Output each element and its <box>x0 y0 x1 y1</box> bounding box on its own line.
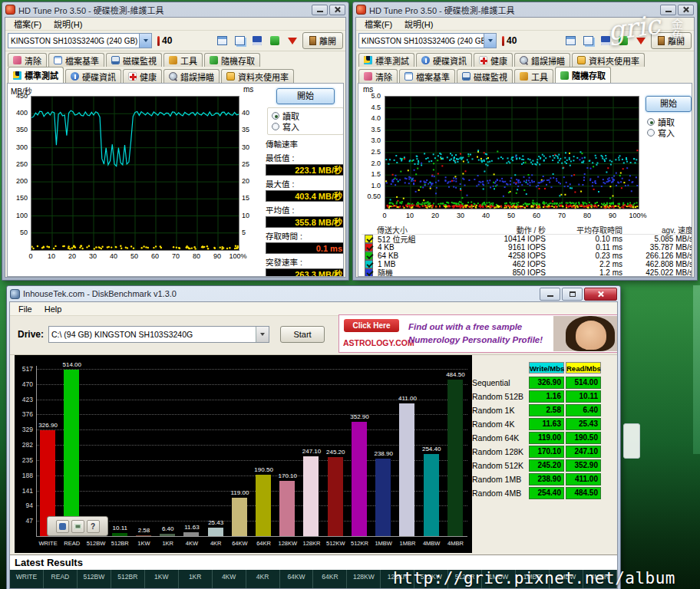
burst-rate-value: 263.3 MB/秒 <box>266 268 344 276</box>
tab-benchmark[interactable]: 標準測試 <box>8 67 64 83</box>
menu-help[interactable]: Help <box>39 304 68 314</box>
win1-y-axis: 45040035030025020015010050 <box>8 84 29 276</box>
drive-select[interactable]: KINGSTON SH103S3240G (240 GB) <box>358 33 497 48</box>
minimize-button[interactable] <box>540 288 560 301</box>
results-row: Sequential326.90514.00 <box>472 377 603 388</box>
ad-site-link[interactable]: ASTROLOGY.COM <box>343 338 414 347</box>
transfer-rate-section-label: 傳輸速率 <box>266 138 344 150</box>
write-radio[interactable]: 寫入 <box>647 127 692 138</box>
copy-clipboard-button[interactable] <box>232 33 247 48</box>
legend-checkbox[interactable] <box>365 235 373 243</box>
tab-tools[interactable]: 工具 <box>514 69 553 83</box>
export-button[interactable] <box>267 33 282 48</box>
mini-camera-button[interactable] <box>71 520 84 533</box>
bar-512br <box>112 533 127 536</box>
hdtune-app-icon <box>356 5 366 15</box>
axis-tick-label: 50 <box>20 229 28 236</box>
titlebar[interactable]: HD Tune Pro 3.50 - 硬碟檢測-維護工具 <box>2 2 348 17</box>
axis-tick-label: 80 <box>576 212 598 219</box>
access-time-label: 存取時間 : <box>266 230 344 242</box>
copy-clipboard-button[interactable] <box>580 33 596 48</box>
red-down-arrow-icon <box>288 38 297 44</box>
tab-health[interactable]: 健康 <box>474 53 513 67</box>
legend-checkbox[interactable] <box>365 268 373 277</box>
download-button[interactable] <box>285 33 300 48</box>
axis-tick-label: 1.0 <box>371 182 381 189</box>
drive-select-value: C:\ (94 GB) KINGSTON SH103S3240G <box>49 330 256 339</box>
results-row-label: Random 1K <box>472 406 527 415</box>
copy-icon <box>235 36 245 45</box>
iops-value: 4258 IOPS <box>477 252 546 260</box>
save-icon <box>253 36 262 45</box>
tab-folder-usage[interactable]: 資料夾使用率 <box>221 69 294 83</box>
write-value: 2.58 <box>529 404 564 416</box>
bar-value-label: 119.00 <box>225 489 255 496</box>
start-button[interactable]: 開始 <box>276 88 335 104</box>
menu-file[interactable]: 檔案(F) <box>359 17 398 31</box>
results-row-label: Sequential <box>472 378 527 387</box>
legend-checkbox[interactable] <box>365 260 373 268</box>
bar-value-label: 238.90 <box>368 450 398 457</box>
mini-help-button[interactable] <box>87 520 100 533</box>
read-radio[interactable]: 讀取 <box>647 117 692 127</box>
maximize-button[interactable] <box>562 288 583 301</box>
tab-disk-monitor[interactable]: 磁碟監視 <box>106 53 162 67</box>
legend-checkbox[interactable] <box>365 252 373 260</box>
tab-erase[interactable]: 清除 <box>8 53 47 67</box>
drive-select[interactable]: KINGSTON SH103S3240G (240 GB) <box>8 33 152 48</box>
tab-label: 資料夾使用率 <box>238 71 289 83</box>
benchmark-panel: MB/秒 ms 45040035030025020015010050 40353… <box>7 83 344 277</box>
access-time-scatter-chart <box>385 97 639 209</box>
tab-random-access[interactable]: 隨機存取 <box>555 67 611 83</box>
menu-file[interactable]: File <box>13 304 38 314</box>
axis-tick-label: 94 <box>15 502 33 509</box>
menu-help[interactable]: 說明(H) <box>48 17 88 31</box>
copy-screenshot-button[interactable] <box>563 33 578 48</box>
tab-folder-usage[interactable]: 資料夾使用率 <box>572 53 645 67</box>
close-button[interactable] <box>329 5 345 15</box>
ad-text: Find out with a free sample Numerology P… <box>408 321 554 347</box>
minimize-button[interactable] <box>312 5 328 15</box>
tab-disk-info[interactable]: 硬碟資訊 <box>65 69 121 83</box>
tab-row-front: 標準測試 硬碟資訊 健康 錯誤掃瞄 資料夾使用率 <box>5 67 345 83</box>
tab-erase[interactable]: 清除 <box>358 69 398 83</box>
menu-file[interactable]: 檔案(F) <box>8 17 47 31</box>
legend-checkbox[interactable] <box>365 243 373 252</box>
start-button[interactable]: Start <box>280 326 325 343</box>
tab-label: 健康 <box>490 54 507 67</box>
tab-random-access[interactable]: 隨機存取 <box>204 53 260 67</box>
tab-file-benchmark[interactable]: 檔案基準 <box>399 69 455 83</box>
read-radio[interactable]: 讀取 <box>272 110 339 121</box>
tab-error-scan[interactable]: 錯誤掃瞄 <box>163 69 220 83</box>
start-button[interactable]: 開始 <box>646 96 692 112</box>
ad-click-here-button[interactable]: Click Here <box>344 319 399 332</box>
gridline <box>36 369 467 370</box>
tab-disk-info[interactable]: 硬碟資訊 <box>416 53 472 67</box>
save-button[interactable] <box>249 33 265 48</box>
write-radio[interactable]: 寫入 <box>272 121 339 132</box>
tab-file-benchmark[interactable]: 檔案基準 <box>48 53 104 67</box>
axis-tick-label: 450 <box>16 92 28 100</box>
close-button[interactable] <box>584 288 617 301</box>
maximize-icon <box>570 291 576 297</box>
tab-tools[interactable]: 工具 <box>163 53 203 67</box>
bar-value-label: 514.00 <box>57 361 87 368</box>
drive-select[interactable]: C:\ (94 GB) KINGSTON SH103S3240G <box>48 326 269 343</box>
tab-disk-monitor[interactable]: 磁碟監視 <box>457 69 513 83</box>
tab-health[interactable]: 健康 <box>123 69 162 83</box>
access-time-value: 0.23 ms <box>546 252 622 260</box>
bar-value-label: 245.20 <box>321 449 351 456</box>
mini-disk-button[interactable] <box>56 520 69 533</box>
window-body: File Help Drive: C:\ (94 GB) KINGSTON SH… <box>9 301 618 589</box>
titlebar[interactable]: InhouseTek.com - DiskBenchmark v1.3.0 <box>7 286 620 301</box>
exit-button[interactable]: 離開 <box>302 32 343 49</box>
menu-help[interactable]: 說明(H) <box>399 17 438 31</box>
results-row: Random 128K170.10247.10 <box>472 446 603 457</box>
random-access-row: 隨機850 IOPS1.2 ms425.022 MB/s <box>362 268 692 277</box>
tab-error-scan[interactable]: 錯誤掃瞄 <box>514 53 570 67</box>
avg-speed-value: 5.085 MB/s <box>622 235 692 243</box>
ad-banner[interactable]: Click Here ASTROLOGY.COM Find out with a… <box>338 314 618 353</box>
latest-results-label: Latest Results <box>10 554 617 570</box>
copy-screenshot-button[interactable] <box>214 33 229 48</box>
tab-benchmark[interactable]: 標準測試 <box>358 53 414 67</box>
